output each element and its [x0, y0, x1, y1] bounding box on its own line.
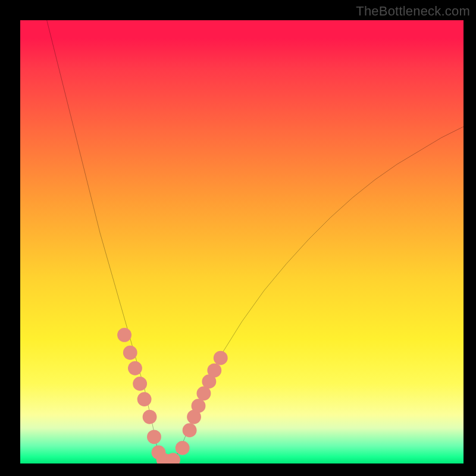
chart-dot	[137, 392, 152, 406]
watermark-text: TheBottleneck.com	[356, 4, 470, 19]
chart-dot	[117, 328, 131, 342]
chart-svg	[20, 20, 464, 464]
chart-dots	[117, 328, 228, 464]
chart-dot	[214, 351, 228, 365]
chart-curve	[47, 20, 464, 464]
chart-dot	[123, 346, 137, 360]
chart-dot	[128, 361, 142, 375]
chart-dot	[183, 423, 197, 437]
chart-dot	[207, 364, 221, 378]
chart-dot	[133, 377, 147, 391]
chart-plot-area	[20, 20, 464, 464]
chart-dot	[176, 441, 190, 455]
chart-dot	[147, 430, 161, 444]
chart-frame: TheBottleneck.com	[0, 0, 476, 476]
chart-dot	[143, 410, 157, 424]
chart-dot	[192, 399, 206, 413]
